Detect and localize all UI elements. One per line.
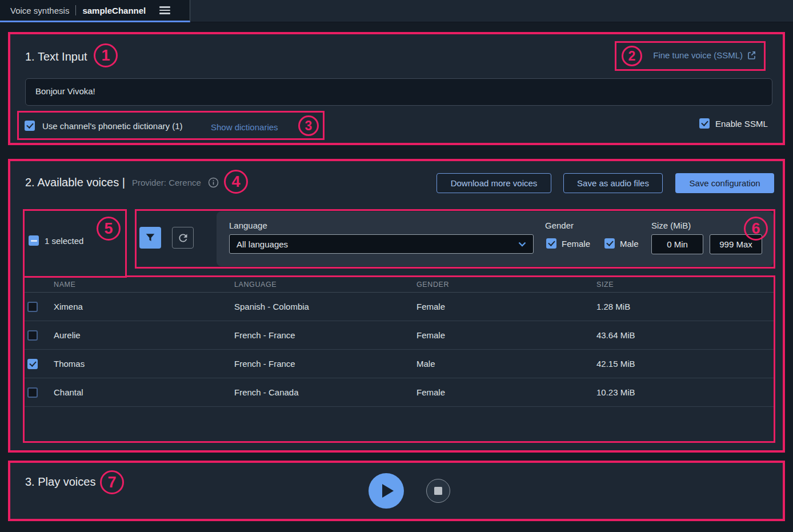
table-row[interactable]: XimenaSpanish - ColombiaFemale1.28 MiB — [25, 293, 774, 321]
voice-name: Chantal — [54, 387, 234, 397]
language-selected-value: All languages — [237, 239, 288, 249]
text-input-section: 1. Text Input 2 Fine tune voice (SSML) B… — [8, 32, 785, 145]
annotation-box-5: 1 selected 5 — [23, 209, 127, 278]
refresh-button[interactable] — [172, 227, 194, 249]
show-dictionaries-link[interactable]: Show dictionaries — [211, 122, 278, 132]
menu-icon[interactable] — [159, 6, 170, 14]
section2-title: 2. Available voices | — [25, 176, 125, 189]
male-label: Male — [620, 239, 639, 249]
play-button[interactable] — [369, 473, 404, 509]
save-as-audio-files-button[interactable]: Save as audio files — [563, 173, 663, 193]
save-configuration-button[interactable]: Save configuration — [675, 173, 774, 193]
col-header-language: LANGUAGE — [234, 281, 416, 289]
stop-icon — [434, 487, 442, 495]
table-header-row: NAME LANGUAGE GENDER SIZE — [25, 277, 774, 293]
size-filter-label: Size (MiB) — [651, 221, 691, 230]
voice-name: Aurelie — [54, 330, 234, 340]
fine-tune-voice-link[interactable]: Fine tune voice (SSML) — [653, 50, 756, 60]
voice-language: French - Canada — [234, 387, 416, 397]
annotation-box-6: Language All languages Gender Female Mal… — [135, 209, 775, 269]
col-header-gender: GENDER — [416, 281, 596, 289]
annotation-4: 4 — [224, 170, 248, 194]
annotation-2: 2 — [622, 46, 642, 66]
refresh-icon — [177, 232, 189, 244]
annotation-5: 5 — [97, 217, 121, 241]
female-checkbox[interactable] — [546, 238, 556, 249]
stop-button[interactable] — [426, 479, 450, 503]
row-checkbox[interactable] — [27, 387, 38, 398]
language-select[interactable]: All languages — [229, 234, 534, 254]
external-link-icon — [747, 51, 756, 59]
filter-panel: Language All languages Gender Female Mal… — [217, 211, 774, 266]
annotation-6: 6 — [744, 217, 768, 241]
chevron-down-icon — [518, 242, 526, 247]
gender-filter-label: Gender — [545, 221, 574, 230]
voice-size: 10.23 MiB — [596, 387, 774, 397]
female-label: Female — [562, 239, 590, 249]
voice-gender: Male — [416, 359, 596, 369]
voice-language: French - France — [234, 359, 416, 369]
size-min-input[interactable] — [651, 234, 703, 254]
col-header-name: NAME — [54, 281, 234, 289]
voice-name: Thomas — [54, 359, 234, 369]
selected-count: 1 selected — [45, 236, 83, 246]
provider-label: Provider: Cerence — [132, 178, 201, 187]
voice-name: Ximena — [54, 302, 234, 311]
voice-size: 43.64 MiB — [596, 330, 774, 340]
voice-gender: Female — [416, 330, 596, 340]
table-row[interactable]: ChantalFrench - CanadaFemale10.23 MiB — [25, 378, 774, 407]
app-title: Voice synthesis — [10, 6, 69, 15]
row-checkbox[interactable] — [27, 330, 38, 341]
table-row[interactable]: AurelieFrench - FranceFemale43.64 MiB — [25, 321, 774, 350]
filter-button[interactable] — [139, 227, 161, 249]
top-bar: Voice synthesis sampleChannel — [0, 0, 793, 22]
filter-funnel-icon — [144, 231, 157, 244]
male-checkbox[interactable] — [604, 238, 615, 249]
fine-tune-link-label: Fine tune voice (SSML) — [653, 50, 743, 60]
channel-name: sampleChannel — [82, 6, 146, 15]
text-to-synthesize-input[interactable]: Bonjour Vivoka! — [25, 78, 772, 106]
annotation-7: 7 — [100, 470, 124, 494]
enable-ssml-checkbox[interactable] — [699, 118, 710, 129]
col-header-size: SIZE — [596, 281, 774, 289]
row-checkbox[interactable] — [27, 302, 38, 312]
voice-size: 1.28 MiB — [596, 302, 774, 311]
section1-title: 1. Text Input — [25, 50, 87, 63]
available-voices-section: 2. Available voices | Provider: Cerence … — [8, 159, 785, 453]
language-filter-label: Language — [229, 221, 267, 230]
annotation-box-2: 2 Fine tune voice (SSML) — [615, 41, 766, 71]
table-body: XimenaSpanish - ColombiaFemale1.28 MiBAu… — [25, 293, 774, 407]
tab-divider — [75, 5, 76, 15]
phonetic-dictionary-label: Use channel's phonetic dictionary (1) — [42, 121, 183, 131]
download-more-voices-button[interactable]: Download more voices — [436, 173, 551, 193]
table-row[interactable]: ThomasFrench - FranceMale42.15 MiB — [25, 350, 774, 378]
select-all-checkbox[interactable] — [29, 235, 39, 246]
voice-size: 42.15 MiB — [596, 359, 774, 369]
annotation-box-3: Use channel's phonetic dictionary (1) Sh… — [17, 111, 325, 140]
phonetic-dictionary-checkbox[interactable] — [25, 121, 35, 131]
voice-gender: Female — [416, 302, 596, 311]
voice-language: Spanish - Colombia — [234, 302, 416, 311]
section3-title: 3. Play voices — [25, 475, 95, 489]
enable-ssml-label: Enable SSML — [715, 119, 768, 129]
voice-language: French - France — [234, 330, 416, 340]
voice-gender: Female — [416, 387, 596, 397]
voices-table: NAME LANGUAGE GENDER SIZE XimenaSpanish … — [23, 275, 775, 443]
info-icon[interactable] — [208, 177, 219, 188]
tab-voice-synthesis[interactable]: Voice synthesis sampleChannel — [0, 0, 190, 22]
row-checkbox[interactable] — [27, 359, 38, 369]
annotation-1: 1 — [94, 43, 118, 67]
annotation-3: 3 — [298, 115, 319, 136]
